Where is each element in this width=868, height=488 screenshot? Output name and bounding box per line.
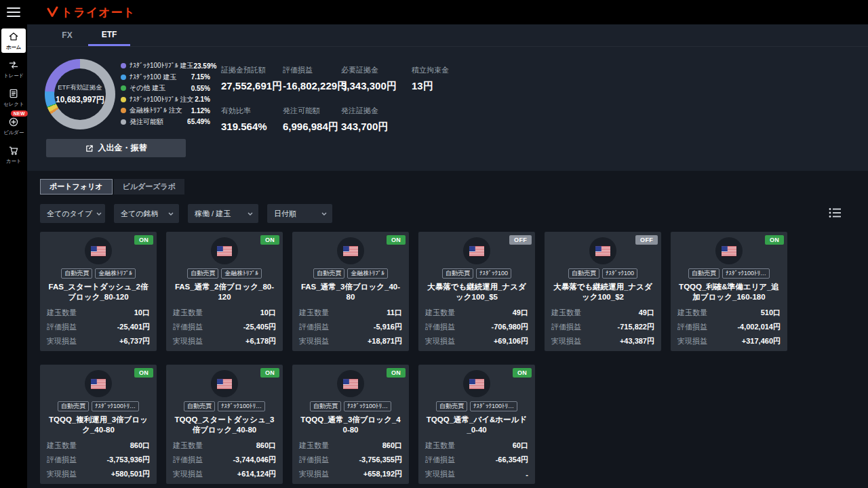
sidebar-item-select[interactable]: セレクト xyxy=(1,85,26,110)
tab-etf[interactable]: ETF xyxy=(88,24,130,46)
market-tabs: FX ETF xyxy=(27,24,868,47)
qty-label: 建玉数量 xyxy=(173,441,203,451)
donut-center-value: 10,683,997円 xyxy=(56,94,104,106)
donut-center-label: ETF有効証拠金 xyxy=(58,83,102,92)
card-metrics: 建玉数量49口 評価損益-715,822円 実現損益+43,387円 xyxy=(545,306,661,348)
chevron-down-icon xyxy=(96,212,102,216)
legend-color-dot xyxy=(121,63,126,68)
sidebar-item-cart[interactable]: カート xyxy=(1,142,26,167)
eval-pl-value: -706,980円 xyxy=(492,322,528,332)
qty-value: 860口 xyxy=(382,441,402,451)
sidebar: ホーム トレード セレクト NEW ビルダー カート xyxy=(0,24,27,488)
deposit-withdraw-button[interactable]: 入出金・振替 xyxy=(46,139,186,157)
instrument-tag: 金融株ﾄﾘﾌﾟﾙ xyxy=(95,268,136,279)
home-icon xyxy=(8,31,19,42)
external-link-icon xyxy=(85,144,94,152)
strategy-card[interactable]: ON 自動売買 ﾅｽﾀﾞｯｸ100ﾄﾘ… TQQQ_通常_バイ&ホールド_0-4… xyxy=(418,365,535,484)
instrument-avatar xyxy=(463,237,490,264)
instrument-avatar xyxy=(337,237,364,264)
card-tags: 自動売買 ﾅｽﾀﾞｯｸ100 xyxy=(568,268,637,279)
us-flag-icon xyxy=(595,246,610,256)
instrument-avatar xyxy=(85,370,112,397)
tab-fx[interactable]: FX xyxy=(46,24,88,46)
legend-percent: 1.12% xyxy=(191,107,210,115)
realized-pl-value: +317,460円 xyxy=(742,336,781,346)
status-badge: ON xyxy=(134,368,153,378)
stat-label: 有効比率 xyxy=(221,106,283,116)
topbar: トライオート xyxy=(0,0,868,24)
cart-icon xyxy=(8,145,19,156)
status-badge: ON xyxy=(260,235,279,245)
hamburger-menu-icon[interactable] xyxy=(7,7,20,17)
list-view-icon[interactable] xyxy=(829,207,841,218)
status-badge: ON xyxy=(134,235,153,245)
qty-label: 建玉数量 xyxy=(173,308,203,318)
builder-plus-icon xyxy=(8,117,19,127)
us-flag-icon xyxy=(91,246,106,256)
sidebar-item-trade[interactable]: トレード xyxy=(1,57,26,81)
strategy-card[interactable]: ON 自動売買 ﾅｽﾀﾞｯｸ100ﾄﾘ… TQQQ_スタートダッシュ_3倍ブロッ… xyxy=(166,365,283,484)
tab-portfolio[interactable]: ポートフォリオ xyxy=(40,179,113,195)
filter-status-dropdown[interactable]: 稼働 / 建玉 xyxy=(188,204,258,223)
stat-value: 27,552,691円 xyxy=(221,80,283,93)
card-title: FAS_通常_3倍ブロック_40-80 xyxy=(292,282,409,303)
strategy-card[interactable]: ON 自動売買 金融株ﾄﾘﾌﾟﾙ FAS_通常_2倍ブロック_80-120 建玉… xyxy=(166,232,283,351)
realized-pl-label: 実現損益 xyxy=(677,336,707,346)
strategy-card[interactable]: ON 自動売買 ﾅｽﾀﾞｯｸ100ﾄﾘ… TQQQ_利確&準備エリア_追加ブロッ… xyxy=(671,232,787,351)
legend-label: ﾅｽﾀﾞｯｸ100ﾄﾘﾌﾟﾙ 注文 xyxy=(130,95,195,104)
realized-pl-value: +69,106円 xyxy=(494,336,528,346)
strategy-card[interactable]: OFF 自動売買 ﾅｽﾀﾞｯｸ100 大暴落でも継続運用_ナスダック100_$2… xyxy=(545,232,661,351)
card-tags: 自動売買 ﾅｽﾀﾞｯｸ100ﾄﾘ… xyxy=(688,268,770,279)
filter-sort-dropdown[interactable]: 日付順 xyxy=(267,204,332,223)
main-content: FX ETF ETF有効証拠金 10,683,997円 ﾅｽﾀﾞｯｸ100ﾄﾘﾌ… xyxy=(27,24,868,488)
filter-symbol-dropdown[interactable]: 全ての銘柄 xyxy=(114,204,179,223)
sidebar-item-label: セレクト xyxy=(3,100,24,107)
instrument-tag: ﾅｽﾀﾞｯｸ100ﾄﾘ… xyxy=(218,401,265,411)
sidebar-item-label: ホーム xyxy=(6,43,21,50)
realized-pl-value: +614,124円 xyxy=(237,469,276,479)
qty-value: 860口 xyxy=(130,441,150,451)
eval-pl-label: 評価損益 xyxy=(551,322,581,332)
filter-sort-value: 日付順 xyxy=(274,209,296,219)
eval-pl-value: -25,405円 xyxy=(243,322,276,332)
stat-value: 13円 xyxy=(412,80,449,93)
instrument-avatar xyxy=(715,237,743,264)
legend-item: ﾅｽﾀﾞｯｸ100ﾄﾘﾌﾟﾙ 注文2.1% xyxy=(121,94,210,106)
us-flag-icon xyxy=(343,379,358,389)
us-flag-icon xyxy=(91,379,106,389)
strategy-card[interactable]: OFF 自動売買 ﾅｽﾀﾞｯｸ100 大暴落でも継続運用_ナスダック100_$5… xyxy=(418,232,535,351)
logo-icon xyxy=(46,6,58,18)
realized-pl-value: +18,871円 xyxy=(368,336,402,346)
realized-pl-label: 実現損益 xyxy=(47,336,77,346)
filter-type-value: 全てのタイプ xyxy=(47,209,92,219)
card-metrics: 建玉数量860口 評価損益-3,756,355円 実現損益+658,192円 xyxy=(292,439,409,481)
sidebar-item-home[interactable]: ホーム xyxy=(1,28,26,53)
filter-type-dropdown[interactable]: 全てのタイプ xyxy=(40,204,105,223)
instrument-avatar xyxy=(589,237,616,264)
sidebar-item-label: カート xyxy=(6,157,21,164)
eval-pl-value: -3,753,936円 xyxy=(106,455,150,465)
legend-percent: 23.59% xyxy=(193,62,216,70)
strategy-card[interactable]: ON 自動売買 金融株ﾄﾘﾌﾟﾙ FAS_通常_3倍ブロック_40-80 建玉数… xyxy=(292,232,409,351)
strategy-card[interactable]: ON 自動売買 ﾅｽﾀﾞｯｸ100ﾄﾘ… TQQQ_通常_3倍ブロック_40-8… xyxy=(292,365,409,484)
donut-center: ETF有効証拠金 10,683,997円 xyxy=(45,59,115,129)
status-badge: ON xyxy=(765,235,784,245)
stat-item: 発注証拠金343,700円 xyxy=(341,106,412,134)
status-badge: ON xyxy=(260,368,279,378)
card-tags: 自動売買 ﾅｽﾀﾞｯｸ100ﾄﾘ… xyxy=(184,401,265,411)
sidebar-item-builder[interactable]: NEW ビルダー xyxy=(1,114,26,138)
account-summary-panel: FX ETF ETF有効証拠金 10,683,997円 ﾅｽﾀﾞｯｸ100ﾄﾘﾌ… xyxy=(27,24,868,171)
card-metrics: 建玉数量860口 評価損益-3,753,936円 実現損益+580,501円 xyxy=(40,439,157,481)
eval-pl-value: -715,822円 xyxy=(618,322,654,332)
tab-builders-lab[interactable]: ビルダーズラボ xyxy=(114,179,185,195)
card-metrics: 建玉数量11口 評価損益-5,916円 実現損益+18,871円 xyxy=(292,306,409,348)
us-flag-icon xyxy=(217,246,232,256)
card-title: 大暴落でも継続運用_ナスダック100_$5 xyxy=(418,282,535,303)
logo-text: トライオート xyxy=(61,5,136,20)
stat-label: 積立拘束金 xyxy=(412,65,449,75)
card-tags: 自動売買 金融株ﾄﾘﾌﾟﾙ xyxy=(187,268,262,279)
card-title: TQQQ_利確&準備エリア_追加ブロック_160-180 xyxy=(671,282,787,303)
eval-pl-value: -3,744,046円 xyxy=(233,455,276,465)
strategy-card[interactable]: ON 自動売買 金融株ﾄﾘﾌﾟﾙ FAS_スタートダッシュ_2倍ブロック_80-… xyxy=(40,232,157,351)
strategy-card[interactable]: ON 自動売買 ﾅｽﾀﾞｯｸ100ﾄﾘ… TQQQ_複利運用_3倍ブロック_40… xyxy=(40,365,157,484)
